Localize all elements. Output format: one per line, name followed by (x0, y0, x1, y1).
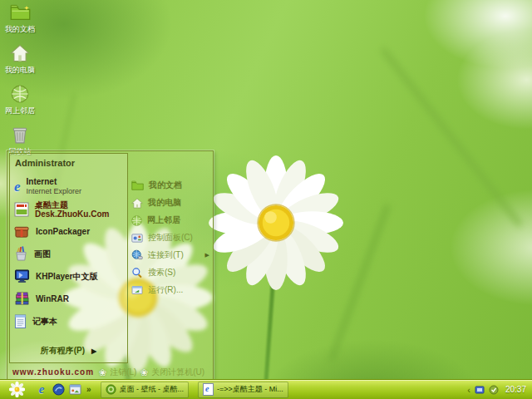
run-icon (131, 285, 143, 295)
menu-item-label: 连接到(T) (148, 249, 184, 261)
internet-explorer-icon: e (14, 180, 21, 193)
winrar-icon (14, 292, 30, 306)
menu-item-paint[interactable]: 画图 (10, 243, 127, 265)
menu-item-label: 控制面板(C) (148, 232, 193, 244)
desktop-icon-my-computer[interactable]: 我的电脑 (2, 44, 38, 74)
all-programs-button[interactable]: 所有程序(P) ▶ (10, 345, 127, 357)
quick-launch-internet-explorer[interactable]: e (35, 383, 48, 397)
network-places-icon (11, 85, 29, 106)
taskbar-task-wallpaper[interactable]: 桌面 - 壁纸 - 桌酷... (101, 382, 190, 398)
system-tray: ‹ 20:37 (467, 385, 532, 395)
desktop-icon-label: 我的文档 (2, 25, 38, 33)
menu-item-zhuoku-theme[interactable]: 桌酷主题Desk.ZhuoKu.Com (10, 198, 127, 220)
internet-explorer-document-icon (203, 383, 214, 396)
menu-item-label: 运行(R)... (148, 284, 183, 296)
desktop-window-icon (69, 384, 81, 395)
shut-down-button[interactable]: 关闭计算机(U) (140, 367, 204, 378)
desktop-icon-column: 我的文档 我的电脑 网上邻居 回收站 (2, 3, 38, 166)
menu-item-my-documents[interactable]: 我的文档 (131, 179, 210, 192)
recycle-bin-icon (12, 126, 28, 147)
pinned-programs-list: e Internet Internet Explorer 桌酷主题Desk.Zh… (10, 175, 127, 332)
wallpaper-app-icon (106, 384, 116, 395)
menu-item-winrar[interactable]: WinRAR (10, 288, 127, 310)
menu-item-label: IconPackager (36, 227, 90, 236)
log-off-label: 注销(L) (110, 367, 136, 378)
menu-item-control-panel[interactable]: 控制面板(C) (131, 231, 210, 244)
menu-item-iconpackager[interactable]: IconPackager (10, 220, 127, 243)
start-menu-footer: www.zhuoku.com 注销(L) 关闭计算机(U) (7, 364, 213, 381)
shut-down-flower-icon (140, 367, 148, 378)
start-menu: Administrator e Internet Internet Explor… (7, 150, 214, 382)
taskbar-task-zhuoku-browser[interactable]: -=>>桌酷主题 - Mi... (198, 382, 288, 398)
all-programs-label: 所有程序(P) (41, 345, 85, 357)
menu-item-label: 我的电脑 (148, 197, 181, 209)
menu-item-label: KHPlayer中文版 (36, 272, 97, 281)
media-player-icon (52, 383, 65, 396)
quick-launch-bar: e » (35, 383, 91, 397)
internet-explorer-icon: e (39, 383, 45, 396)
menu-item-label: 记事本 (32, 317, 57, 326)
menu-item-label: 搜索(S) (148, 267, 175, 278)
log-off-button[interactable]: 注销(L) (99, 367, 136, 378)
tray-status-icon[interactable] (489, 385, 499, 395)
start-daisy-icon (9, 382, 25, 397)
menu-item-search[interactable]: 搜索(S) (131, 266, 210, 279)
khplayer-icon (14, 269, 30, 283)
connect-to-icon (131, 249, 143, 261)
desktop-screen: 我的文档 我的电脑 网上邻居 回收站 Administrator (0, 0, 532, 399)
zhuoku-theme-icon (14, 202, 29, 217)
notepad-icon (14, 313, 27, 329)
start-menu-programs-panel: Administrator e Internet Internet Explor… (9, 153, 128, 363)
system-places-list: 我的文档 我的电脑 网上邻居 控制面板(C) (131, 179, 210, 301)
tray-app-icon[interactable] (475, 385, 485, 395)
tray-collapse-chevron[interactable]: ‹ (467, 385, 470, 395)
chevron-right-icon: ▶ (205, 252, 210, 259)
start-menu-username: Administrator (15, 158, 75, 168)
chevron-right-icon: ▶ (91, 347, 96, 355)
desktop-icon-my-documents[interactable]: 我的文档 (2, 3, 38, 33)
zhuoku-website-link[interactable]: www.zhuoku.com (12, 367, 94, 377)
menu-item-network-places[interactable]: 网上邻居 (131, 214, 210, 227)
quick-launch-show-desktop[interactable] (68, 383, 81, 397)
my-documents-folder-icon (10, 3, 31, 25)
network-places-icon (131, 215, 142, 226)
menu-item-sublabel: Internet Explorer (27, 187, 82, 195)
menu-item-label: 我的文档 (149, 180, 182, 191)
my-computer-icon (10, 44, 30, 66)
menu-item-label: 画图 (34, 249, 51, 259)
control-panel-icon (131, 233, 143, 244)
menu-item-connect-to[interactable]: 连接到(T) ▶ (131, 249, 210, 262)
quick-launch-media-player[interactable] (52, 383, 65, 397)
task-button-label: 桌面 - 壁纸 - 桌酷... (120, 384, 185, 395)
desktop-icon-network-places[interactable]: 网上邻居 (2, 85, 38, 115)
daisy-flower-large (209, 155, 343, 290)
task-button-label: -=>>桌酷主题 - Mi... (217, 384, 283, 395)
menu-item-internet-explorer[interactable]: e Internet Internet Explorer (10, 175, 127, 198)
quick-launch-overflow-chevron[interactable]: » (86, 385, 91, 394)
menu-item-label: 桌酷主题Desk.ZhuoKu.Com (35, 200, 127, 219)
desktop-icon-label: 我的电脑 (2, 66, 38, 74)
log-off-flower-icon (99, 367, 106, 378)
menu-item-label: 网上邻居 (147, 214, 180, 226)
start-button[interactable] (0, 380, 33, 399)
desktop-icon-label: 网上邻居 (2, 106, 38, 115)
iconpackager-icon (14, 224, 30, 239)
menu-item-my-computer[interactable]: 我的电脑 (131, 196, 210, 209)
menu-item-label: WinRAR (36, 294, 69, 303)
taskbar: e » 桌面 - 壁纸 - 桌酷... -=>>桌酷主题 - Mi... ‹ 2… (0, 379, 532, 399)
menu-item-run[interactable]: 运行(R)... (131, 283, 210, 297)
search-icon (131, 267, 143, 278)
menu-item-khplayer[interactable]: KHPlayer中文版 (10, 265, 127, 288)
my-computer-icon (131, 198, 143, 209)
paint-icon (14, 246, 28, 262)
shut-down-label: 关闭计算机(U) (151, 367, 204, 378)
my-documents-folder-icon (131, 180, 144, 190)
menu-item-label: Internet (27, 177, 57, 186)
taskbar-clock: 20:37 (505, 385, 526, 394)
menu-item-notepad[interactable]: 记事本 (10, 310, 127, 332)
